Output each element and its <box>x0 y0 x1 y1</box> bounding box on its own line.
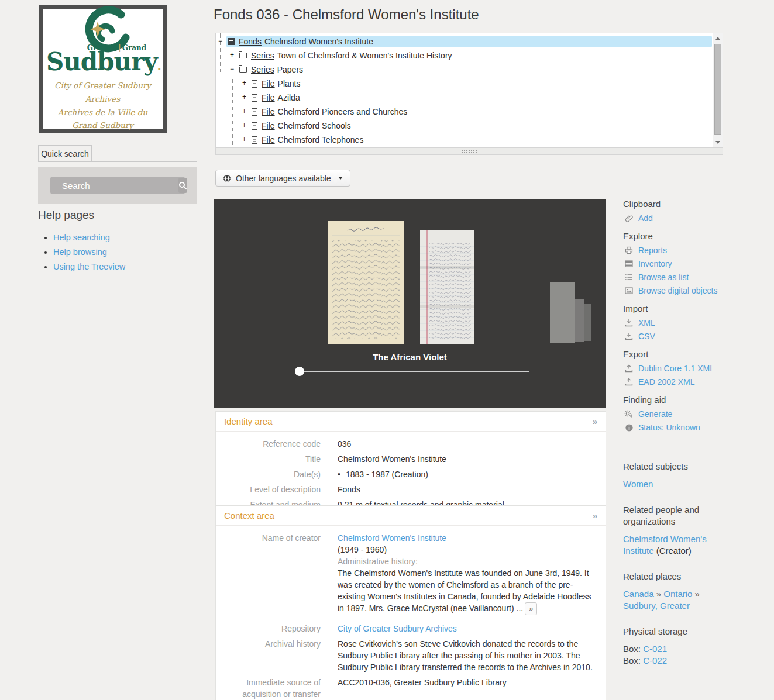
tree-row-series[interactable]: − Series Papers <box>216 63 712 77</box>
field-row-dates: Date(s) •1883 - 1987 (Creation) <box>216 467 606 482</box>
related-places-heading: Related places <box>623 571 725 582</box>
context-area-title: Context area <box>224 511 274 520</box>
tree-level-link[interactable]: Fonds <box>239 37 262 46</box>
carousel-stack-page <box>575 299 584 342</box>
carousel-image-next[interactable] <box>420 230 474 346</box>
search-button[interactable] <box>178 178 187 193</box>
search-icon <box>178 181 187 190</box>
resize-grip-icon[interactable] <box>461 150 477 153</box>
field-row-title: Title Chelmsford Women's Institute <box>216 451 606 467</box>
tree-level-link[interactable]: File <box>262 93 275 102</box>
logo-greater-grand: Greater|Grand <box>60 44 173 52</box>
clipboard-add-link[interactable]: Add <box>638 213 653 223</box>
storage-box-link[interactable]: C-022 <box>643 656 667 665</box>
browse-digital-objects-link[interactable]: Browse digital objects <box>638 286 717 295</box>
using-treeview-link[interactable]: Using the Treeview <box>53 262 125 271</box>
finding-aid-status-link[interactable]: Status: Unknown <box>638 423 700 432</box>
archives-logo[interactable]: Greater|Grand Sudbury. City of Greater S… <box>39 5 167 133</box>
scroll-up-icon[interactable] <box>715 37 720 40</box>
browse-as-list-link[interactable]: Browse as list <box>638 273 689 282</box>
tree-row-file[interactable]: + File Chelmsford Telephones <box>216 133 712 147</box>
expand-icon[interactable]: + <box>241 81 247 87</box>
repository-link[interactable]: City of Greater Sudbury Archives <box>338 624 457 633</box>
import-xml-link[interactable]: XML <box>638 318 655 327</box>
reports-link[interactable]: Reports <box>638 246 667 255</box>
expand-icon[interactable]: + <box>241 95 247 101</box>
tree-row-label: Azilda <box>278 93 300 102</box>
field-row-immediate-source: Immediate source of acquisition or trans… <box>216 675 606 700</box>
creator-dates: (1949 - 1960) <box>338 544 597 556</box>
expand-icon[interactable]: + <box>241 137 247 143</box>
tree-level-link[interactable]: File <box>262 79 275 88</box>
tree-level-link[interactable]: Series <box>251 51 274 60</box>
info-icon <box>624 423 634 432</box>
finding-aid-heading: Finding aid <box>623 395 761 405</box>
clipboard-add: Add <box>624 213 761 223</box>
tree-row-series[interactable]: + Series Town of Chelmsford & Women's In… <box>216 49 712 63</box>
import-xml: XML <box>624 318 761 327</box>
expand-icon[interactable]: + <box>229 53 235 59</box>
tree-level-link[interactable]: File <box>262 135 275 144</box>
carousel-stack-page[interactable] <box>550 282 575 343</box>
tree-resize-bar[interactable] <box>215 148 723 155</box>
identity-area-jump-link[interactable]: » <box>593 416 597 426</box>
generate-finding-aid-link[interactable]: Generate <box>638 409 672 419</box>
export-ead: EAD 2002 XML <box>624 377 761 387</box>
context-area-section: Context area » Name of creator Chelmsfor… <box>215 505 606 700</box>
export-dublin-core-link[interactable]: Dublin Core 1.1 XML <box>638 364 714 373</box>
tree-row-label: Chelmsford Women's Institute <box>264 37 373 46</box>
import-csv-link[interactable]: CSV <box>638 332 655 341</box>
carousel-slider-handle[interactable] <box>295 367 304 376</box>
expand-icon[interactable]: + <box>241 109 247 115</box>
storage-box-row: Box: C-021 <box>623 643 761 655</box>
other-languages-button[interactable]: Other languages available <box>215 170 350 187</box>
collapse-icon[interactable]: − <box>217 39 223 45</box>
search-input[interactable] <box>50 181 178 191</box>
breadcrumb-separator: » <box>695 589 700 599</box>
explore-browse-as-list: Browse as list <box>624 273 761 282</box>
place-link-sudbury[interactable]: Sudbury, Greater <box>623 601 690 611</box>
expand-icon[interactable]: + <box>241 123 247 129</box>
scrollbar-thumb[interactable] <box>714 44 721 135</box>
help-searching-link[interactable]: Help searching <box>53 233 110 242</box>
creator-link[interactable]: Chelmsford Women's Institute <box>338 533 446 543</box>
list-icon <box>624 273 634 282</box>
import-csv: CSV <box>624 332 761 341</box>
inventory-link[interactable]: Inventory <box>638 259 672 268</box>
file-icon <box>252 108 257 116</box>
logo-inner: Greater|Grand Sudbury. City of Greater S… <box>43 5 163 133</box>
place-link-canada[interactable]: Canada <box>623 589 654 599</box>
context-area-jump-link[interactable]: » <box>593 511 597 520</box>
place-link-ontario[interactable]: Ontario <box>663 589 692 599</box>
tree-level-link[interactable]: Series <box>251 65 274 74</box>
carousel-slider-track[interactable] <box>300 371 529 372</box>
quick-search-tab[interactable]: Quick search <box>38 145 92 162</box>
explore-inventory: Inventory <box>624 259 761 268</box>
tree-row-file[interactable]: + File Azilda <box>216 91 712 105</box>
other-languages-label: Other languages available <box>236 174 331 183</box>
tree-row-label: Chelmsford Telephones <box>278 135 364 144</box>
read-more-button[interactable]: » <box>525 602 537 615</box>
collapse-icon[interactable]: − <box>229 67 235 73</box>
export-ead-link[interactable]: EAD 2002 XML <box>638 377 695 387</box>
tree-row-file[interactable]: + File Plants <box>216 77 712 91</box>
help-browsing-link[interactable]: Help browsing <box>53 247 107 257</box>
bullet-icon: • <box>338 468 346 480</box>
field-row-name-of-creator: Name of creator Chelmsford Women's Insti… <box>216 530 606 621</box>
tree-level-link[interactable]: File <box>262 107 275 116</box>
table-icon <box>624 259 634 268</box>
identity-area-section: Identity area » Reference code 036 Title… <box>215 411 606 519</box>
carousel-image-african-violet[interactable] <box>328 221 404 346</box>
help-list-item: Help browsing <box>53 247 125 257</box>
field-row-repository: Repository City of Greater Sudbury Archi… <box>216 621 606 636</box>
scroll-down-icon[interactable] <box>715 141 720 144</box>
tree-level-link[interactable]: File <box>262 121 275 130</box>
tree-row-file[interactable]: + File Chelmsford Schools <box>216 119 712 133</box>
tree-scrollbar[interactable] <box>713 33 723 147</box>
download-icon <box>624 332 634 341</box>
storage-box-link[interactable]: C-021 <box>643 644 667 654</box>
explore-reports: Reports <box>624 246 761 255</box>
tree-row-fonds[interactable]: − Fonds Chelmsford Women's Institute <box>216 35 712 49</box>
tree-row-file[interactable]: + File Chelmsford Pioneers and Churches <box>216 105 712 119</box>
subject-link-women[interactable]: Women <box>623 479 653 489</box>
